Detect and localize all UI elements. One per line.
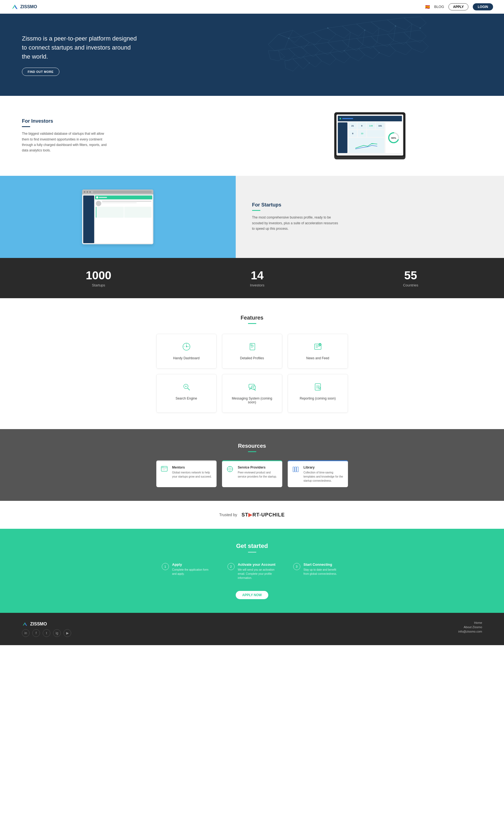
feature-handy-dashboard[interactable]: Handy Dashboard: [156, 334, 217, 368]
logo[interactable]: ZISSMO: [11, 3, 37, 11]
svg-rect-79: [251, 386, 256, 389]
resources-title: Resources: [22, 443, 482, 449]
hero-title: Zissmo is a peer-to-peer platform design…: [22, 34, 137, 61]
startups-section: For Startups The most comprehensive busi…: [0, 176, 504, 258]
dot1: [84, 191, 86, 193]
browser-content: [82, 194, 153, 244]
svg-marker-6: [313, 28, 336, 41]
laptop-mockup: 21 9 145 181 8 13: [334, 112, 405, 159]
svg-line-34: [268, 34, 279, 45]
svg-marker-4: [289, 37, 309, 49]
library-icon: [292, 466, 300, 474]
dashboard-icon: [182, 342, 191, 353]
resources-section: Resources Mentors Global mentors network…: [0, 429, 504, 501]
find-out-more-button[interactable]: FIND OUT MORE: [22, 68, 59, 76]
trusted-label: Trusted by: [219, 513, 237, 517]
investors-text: For Investors The biggest validated data…: [22, 118, 247, 153]
investors-underline: [22, 126, 30, 127]
browser-mockup: [82, 190, 153, 244]
service-providers-icon: [226, 466, 235, 474]
svg-line-38: [349, 32, 351, 47]
blog-link[interactable]: BLOG: [434, 5, 444, 9]
svg-marker-23: [404, 30, 427, 43]
investors-title: For Investors: [22, 118, 247, 124]
footer-link-home[interactable]: Home: [458, 621, 482, 624]
login-button[interactable]: LOGIN: [473, 3, 493, 10]
resource-mentors[interactable]: Mentors Global mentors network to help y…: [156, 460, 217, 487]
service-providers-content: Service Providers Peer-reviewed product …: [238, 466, 278, 479]
svg-marker-24: [285, 59, 299, 71]
svg-marker-12: [404, 17, 427, 28]
svg-marker-25: [293, 57, 309, 69]
svg-marker-13: [268, 51, 285, 61]
startups-text: For Startups The most comprehensive busi…: [236, 186, 504, 248]
svg-marker-11: [387, 18, 412, 30]
svg-marker-5: [301, 32, 322, 45]
facebook-icon[interactable]: f: [32, 629, 40, 637]
mentors-title: Mentors: [172, 466, 212, 469]
resource-library[interactable]: Library Collection of time-saving templa…: [288, 460, 348, 487]
language-flag[interactable]: 🇪🇸: [425, 5, 430, 9]
svg-marker-20: [357, 37, 377, 49]
features-underline: [248, 323, 256, 324]
step-3-content: Start Connecting Stay up to date and ben…: [304, 563, 342, 576]
mentors-icon: [161, 466, 169, 474]
service-providers-title: Service Providers: [238, 466, 278, 469]
svg-point-49: [344, 50, 345, 51]
svg-rect-101: [297, 467, 298, 472]
svg-marker-103: [25, 622, 27, 626]
footer-left: ZISSMO in f t ig ▶: [22, 621, 71, 637]
svg-marker-28: [330, 51, 351, 63]
hero-section: Zissmo is a peer-to-peer platform design…: [0, 14, 504, 96]
library-desc: Collection of time-saving templates and …: [304, 471, 343, 483]
apply-now-button[interactable]: APPLY NOW: [236, 591, 268, 599]
investors-number: 14: [250, 269, 264, 282]
resources-grid: Mentors Global mentors network to help y…: [156, 460, 348, 487]
feature-detailed-profiles-label: Detailed Profiles: [240, 356, 264, 360]
svg-marker-32: [389, 43, 412, 55]
startup-chile-logo: ST▶RT-UPCHILE: [241, 512, 285, 518]
investors-image: 21 9 145 181 8 13: [258, 112, 482, 159]
instagram-icon[interactable]: ig: [53, 629, 61, 637]
feature-search-engine-label: Search Engine: [175, 397, 197, 400]
twitter-icon[interactable]: t: [43, 629, 50, 637]
resource-service-providers[interactable]: Service Providers Peer-reviewed product …: [222, 460, 282, 487]
browser-bar: [82, 190, 153, 194]
logo-icon: [11, 3, 19, 11]
svg-marker-27: [316, 53, 336, 65]
stat-countries: 55 Countries: [403, 269, 418, 287]
step-2-num: 2: [227, 563, 235, 570]
apply-button[interactable]: APPLY: [449, 3, 469, 10]
linkedin-icon[interactable]: in: [22, 629, 29, 637]
hero-content: Zissmo is a peer-to-peer platform design…: [22, 34, 137, 76]
footer: ZISSMO in f t ig ▶ Home About Zissmo inf…: [0, 613, 504, 645]
svg-marker-14: [279, 49, 295, 61]
svg-point-50: [379, 52, 380, 53]
feature-detailed-profiles[interactable]: Detailed Profiles: [222, 334, 282, 368]
feature-search-engine[interactable]: Search Engine: [156, 374, 217, 413]
startups-underline: [252, 210, 260, 211]
svg-marker-10: [371, 20, 395, 32]
search-icon: [182, 383, 191, 393]
youtube-icon[interactable]: ▶: [64, 629, 71, 637]
feature-reporting-label: Reporting (coming soon): [300, 397, 336, 400]
footer-link-email[interactable]: info@zissmo.com: [458, 630, 482, 633]
feature-news-feed[interactable]: News and Feed: [288, 334, 348, 368]
laptop-outer: 21 9 145 181 8 13: [334, 112, 405, 157]
service-providers-desc: Peer-reviewed product and service provid…: [238, 471, 278, 479]
footer-link-about[interactable]: About Zissmo: [458, 625, 482, 629]
profiles-icon: [248, 342, 257, 353]
library-content: Library Collection of time-saving templa…: [304, 466, 343, 483]
stat-investors: 14 Investors: [250, 269, 264, 287]
step-2-content: Activate your Account We will send you a…: [238, 563, 277, 580]
library-title: Library: [304, 466, 343, 469]
feature-reporting[interactable]: Reporting (coming soon): [288, 374, 348, 413]
step-2: 2 Activate your Account We will send you…: [227, 563, 277, 580]
feature-messaging[interactable]: Messaging System (coming soon): [222, 374, 282, 413]
footer-logo: ZISSMO: [22, 621, 71, 627]
investors-desc: The biggest validated database of startu…: [22, 131, 110, 153]
arrow-icon: ▶: [248, 512, 253, 518]
logo-text: ZISSMO: [20, 4, 37, 9]
world-map: [176, 14, 504, 96]
stats-section: 1000 Startups 14 Investors 55 Countries: [0, 258, 504, 298]
